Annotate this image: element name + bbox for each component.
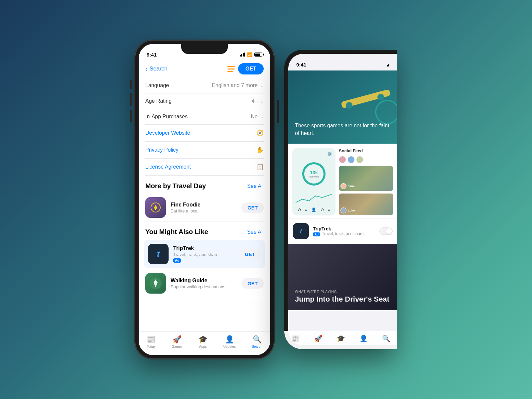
silent-button[interactable] <box>130 80 132 89</box>
fine-foodie-icon <box>145 197 166 218</box>
compass-icon: 🧭 <box>256 129 264 137</box>
list-line-1 <box>227 66 235 67</box>
tab-search[interactable]: 🔍 Search <box>252 335 262 348</box>
iap-value: No ⌄ <box>251 114 264 120</box>
tab-search-label: Search <box>252 345 262 348</box>
line-chart <box>296 191 332 204</box>
privacy-policy-row[interactable]: Privacy Policy ✋ <box>145 142 264 159</box>
fine-foodie-info: Fine Foodie Eat like a local. <box>171 202 237 213</box>
also-like-see-all[interactable]: See All <box>247 229 264 235</box>
fine-foodie-name: Fine Foodie <box>171 202 237 208</box>
battery-icon <box>254 53 262 57</box>
svg-point-3 <box>155 281 157 283</box>
right-tab-games-icon[interactable]: 🚀 <box>314 334 323 342</box>
get-button-main[interactable]: GET <box>238 63 264 74</box>
license-agreement-label: License Agreement <box>145 164 191 170</box>
svg-point-5 <box>346 102 352 109</box>
right-tab-today-icon[interactable]: 📰 <box>292 334 300 342</box>
triptrek-item: t TripTrek Travel, track, and share. Ad … <box>144 240 265 268</box>
more-by-title: More by Travel Day <box>145 182 206 190</box>
signal-icon <box>240 53 245 57</box>
age-rating-row[interactable]: Age Rating 4+ ⌄ <box>145 93 264 109</box>
right-tab-bar: 📰 🚀 🎓 👤 🔍 <box>288 331 397 345</box>
fine-foodie-logo <box>150 201 162 213</box>
social-feed-title: Social Feed <box>339 148 393 153</box>
wifi-icon: 📶 <box>247 52 252 57</box>
right-status-bar: 9:41 <box>288 54 397 70</box>
checklist-icon[interactable] <box>227 66 235 72</box>
right-status-icons <box>387 63 390 66</box>
back-label: Search <box>150 66 168 72</box>
battery-fill <box>255 54 260 56</box>
gaming-card-title: Jump Into the Driver's Seat <box>295 295 391 304</box>
also-like-title: You Might Also Like <box>145 228 208 236</box>
settings-area: ⚙️ <box>296 152 332 156</box>
tab-icon-3: 👤 <box>311 207 316 212</box>
triptrek-ad-subtitle: Travel, track, and share. <box>322 231 365 236</box>
language-row[interactable]: Language English and 7 more ⌄ <box>145 78 264 93</box>
triptrek-toggle[interactable] <box>379 227 393 235</box>
fine-foodie-get-button[interactable]: GET <box>241 202 264 213</box>
stats-circle: 13k followers <box>302 162 326 186</box>
navigation-bar: ‹ Search GET <box>139 61 270 78</box>
iap-row[interactable]: In-App Purchases No ⌄ <box>145 109 264 125</box>
license-agreement-row[interactable]: License Agreement 📋 <box>145 159 264 176</box>
info-section: Language English and 7 more ⌄ Age Rating… <box>139 78 270 297</box>
language-text: English and 7 more <box>212 82 258 88</box>
triptrek-get-button[interactable]: GET <box>239 249 261 259</box>
triptrek-ad-name: TripTrek <box>313 226 375 231</box>
triptrek-info: TripTrek Travel, track, and share. Ad <box>173 245 234 263</box>
tab-icon-5: ≡ <box>328 207 330 212</box>
tab-search-icon: 🔍 <box>253 335 262 344</box>
svg-point-7 <box>376 100 397 124</box>
right-signal-bar-1 <box>387 65 388 66</box>
app-tabs: ⊙ ≡ 👤 ⊙ ≡ <box>296 207 332 212</box>
notch <box>181 44 228 54</box>
hiker-card: Luke <box>339 194 393 215</box>
age-rating-label: Age Rating <box>145 98 172 104</box>
right-iphone: 9:41 <box>284 50 397 349</box>
more-by-see-all[interactable]: See All <box>247 183 264 189</box>
tab-today[interactable]: 📰 Today <box>147 335 156 348</box>
jane-avatar <box>340 183 346 189</box>
signal-bar-2 <box>241 54 242 57</box>
tab-icon-4: ⊙ <box>321 207 324 212</box>
list-line-2 <box>227 68 235 69</box>
walking-guide-get-button[interactable]: GET <box>241 278 264 289</box>
back-button[interactable]: ‹ Search <box>145 65 168 73</box>
walking-guide-name: Walking Guide <box>171 278 237 284</box>
tab-apps-icon: 🎓 <box>199 335 207 344</box>
mountain-image: Jane <box>339 166 393 191</box>
mountain-card: Jane <box>339 166 393 191</box>
tab-apps[interactable]: 🎓 Apps <box>199 335 207 348</box>
left-iphone: 9:41 📶 ‹ Se <box>135 40 274 359</box>
tab-apps-label: Apps <box>199 345 207 348</box>
also-like-section-header: You Might Also Like See All <box>145 221 264 240</box>
chevron-down-icon: ⌄ <box>260 83 264 88</box>
right-signal-bar-2 <box>388 64 389 66</box>
tab-bar: 📰 Today 🚀 Games 🎓 Apps 👤 Updates 🔍 <box>139 332 270 355</box>
sports-card-text: These sports games are not for the faint… <box>295 122 391 137</box>
developer-website-row[interactable]: Developer Website 🧭 <box>145 125 264 142</box>
fine-foodie-subtitle: Eat like a local. <box>171 208 237 213</box>
volume-down-button[interactable] <box>130 110 132 122</box>
triptrek-ad-letter: t <box>300 227 302 235</box>
signal-bar-1 <box>240 55 241 57</box>
walking-guide-icon <box>145 273 166 294</box>
triptrek-letter: t <box>157 249 160 259</box>
power-button[interactable] <box>277 100 279 123</box>
volume-up-button[interactable] <box>130 93 132 106</box>
jane-info: Jane <box>340 183 355 189</box>
tab-updates[interactable]: 👤 Updates <box>223 335 236 348</box>
svg-point-1 <box>154 206 157 209</box>
age-rating-value: 4+ ⌄ <box>252 98 264 104</box>
avatar-1 <box>339 156 346 163</box>
svg-point-6 <box>377 94 384 100</box>
tab-games[interactable]: 🚀 Games <box>172 335 182 348</box>
right-tab-apps-icon[interactable]: 🎓 <box>337 334 345 342</box>
right-tab-search-icon[interactable]: 🔍 <box>382 334 390 342</box>
right-status-time: 9:41 <box>296 62 306 67</box>
ad-badge: Ad <box>173 258 181 263</box>
status-icons: 📶 <box>240 52 263 57</box>
right-tab-updates-icon[interactable]: 👤 <box>359 334 368 342</box>
